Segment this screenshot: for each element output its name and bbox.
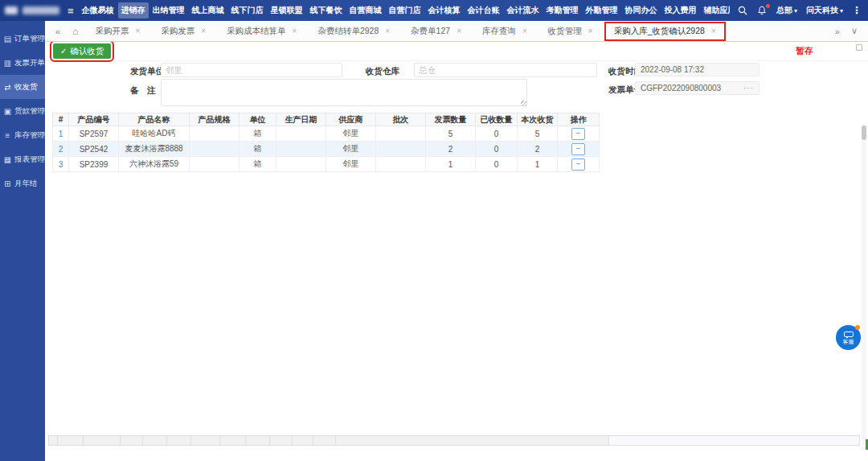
receiving-table: # 产品编号 产品名称 产品规格 单位 生产日期 供应商 批次 发票数量 已收数… xyxy=(52,113,600,172)
hamburger-icon[interactable]: ≡ xyxy=(68,6,74,16)
menu-item-ledger[interactable]: 会计台账 xyxy=(465,2,503,19)
tab-cost-settlement[interactable]: 采购成本结算单× xyxy=(218,23,305,40)
menu-item-qiwei[interactable]: 企微易核 xyxy=(79,2,117,19)
row-index[interactable]: 3 xyxy=(53,157,69,172)
scrollbar-thumb[interactable] xyxy=(862,126,866,140)
cell-actions: − xyxy=(558,157,600,172)
cell-unit: 箱 xyxy=(240,157,276,172)
tab-receiving-mgmt[interactable]: 收货管理× xyxy=(539,23,602,40)
sender-label: 发货单位 xyxy=(130,66,164,77)
payment-icon: ▣ xyxy=(3,107,12,116)
sidebar-item-reports[interactable]: ▦报表管理 xyxy=(0,147,45,171)
warehouse-label: 收货仓库 xyxy=(366,66,399,77)
menu-item-expenses[interactable]: 投入费用 xyxy=(661,2,700,19)
toolbar: ✓ 确认收货 暂存 xyxy=(45,42,868,61)
cell-unit: 箱 xyxy=(240,126,276,142)
warehouse-input[interactable] xyxy=(414,63,597,77)
menu-item-attendance[interactable]: 考勤管理 xyxy=(543,2,582,19)
tab-bar: « ⌂ 采购开票× 采购发票× 采购成本结算单× 杂费结转单2928× 杂费单1… xyxy=(45,21,868,42)
notification-dot xyxy=(766,4,770,8)
cell-received-qty: 0 xyxy=(476,157,518,172)
tab-purchase-invoice[interactable]: 采购发票× xyxy=(152,23,215,40)
tab-misc-transfer[interactable]: 杂费结转单2928× xyxy=(309,23,399,40)
company-selector[interactable]: 问天科技▾ xyxy=(806,5,843,16)
close-icon[interactable]: × xyxy=(293,27,297,35)
col-invoice-qty: 发票数量 xyxy=(426,113,476,126)
cell-current-qty: 2 xyxy=(518,142,558,157)
menu-item-online-mall[interactable]: 线上商城 xyxy=(189,2,227,19)
home-icon[interactable]: ⌂ xyxy=(68,26,83,37)
cell-production-date xyxy=(276,126,326,142)
close-icon[interactable]: × xyxy=(522,27,527,35)
confirm-receive-button[interactable]: ✓ 确认收货 xyxy=(53,43,111,59)
sidebar-item-shipping[interactable]: ⇄收发货 xyxy=(0,75,45,99)
remove-row-button[interactable]: − xyxy=(571,128,585,140)
row-index[interactable]: 2 xyxy=(53,142,69,157)
menu-item-self-mall[interactable]: 自营商城 xyxy=(346,2,385,19)
top-menu: 企微易核 进销存 出纳管理 线上商城 线下门店 星锁联盟 线下餐饮 自营商城 自… xyxy=(79,2,730,19)
close-icon[interactable]: × xyxy=(135,27,140,35)
table-row: 1 SP2597 哇哈哈AD钙 箱 邻里 5 0 5 − xyxy=(53,126,600,142)
order-icon: ▤ xyxy=(3,35,12,43)
cell-product-code: SP2399 xyxy=(69,157,119,172)
invoice-more-button[interactable]: ··· xyxy=(743,82,754,94)
cell-supplier: 邻里 xyxy=(326,126,376,142)
search-icon[interactable] xyxy=(738,6,748,16)
vertical-scrollbar[interactable] xyxy=(862,124,866,442)
sidebar-item-orders[interactable]: ▤订单管理 xyxy=(0,27,45,51)
col-product-name: 产品名称 xyxy=(119,113,190,126)
sidebar-item-payments[interactable]: ▣货款管理 xyxy=(0,99,45,123)
col-received-qty: 已收数量 xyxy=(476,113,518,126)
customer-service-button[interactable]: 客服 xyxy=(836,325,861,350)
cell-product-name: 六神沐浴露59 xyxy=(119,157,190,172)
remove-row-button[interactable]: − xyxy=(571,143,585,155)
menu-item-offline-dining[interactable]: 线下餐饮 xyxy=(307,2,346,19)
menu-item-jinxiaocun[interactable]: 进销存 xyxy=(118,2,149,19)
cell-batch xyxy=(376,157,426,172)
tab-inventory-query[interactable]: 库存查询× xyxy=(473,23,536,40)
tab-receiving-confirm-active[interactable]: 采购入库_收货确认2928× xyxy=(605,23,725,40)
cell-supplier: 邻里 xyxy=(326,157,376,172)
close-icon[interactable]: × xyxy=(201,27,206,35)
cell-actions: − xyxy=(558,142,600,157)
close-icon[interactable]: × xyxy=(385,27,390,35)
close-icon[interactable]: × xyxy=(711,27,716,35)
sender-input[interactable] xyxy=(161,63,342,77)
sidebar-item-invoicing[interactable]: ▥发票开单 xyxy=(0,51,45,75)
menu-item-accounting[interactable]: 会计核算 xyxy=(425,2,464,19)
sidebar-item-month-end[interactable]: ⊞月年结 xyxy=(0,171,45,196)
collapse-panel-icon[interactable] xyxy=(856,44,862,51)
close-icon[interactable]: × xyxy=(457,27,461,35)
col-production-date: 生产日期 xyxy=(276,113,326,126)
tab-purchase-invoicing[interactable]: 采购开票× xyxy=(86,23,149,40)
tabs-forward-icon[interactable]: » xyxy=(831,27,844,36)
tab-misc-127[interactable]: 杂费单127× xyxy=(402,23,470,40)
tabs-collapse-icon[interactable]: « xyxy=(51,27,64,36)
tabs-menu-icon[interactable]: ∨ xyxy=(847,26,862,36)
menu-item-aux-apps[interactable]: 辅助应用 xyxy=(701,2,730,19)
menu-item-chuna[interactable]: 出纳管理 xyxy=(149,2,188,19)
invoice-no-field: CGFP2022090800003 ··· xyxy=(635,81,760,95)
row-index[interactable]: 1 xyxy=(53,126,69,142)
col-unit: 单位 xyxy=(240,113,276,126)
draft-status-badge: 暂存 xyxy=(796,45,813,57)
page-content: ✓ 确认收货 暂存 发货单位 收货仓库 备 注 收货时间 2022-0 xyxy=(45,42,868,461)
sidebar-item-inventory[interactable]: ≡库存管理 xyxy=(0,123,45,147)
bell-icon[interactable] xyxy=(757,6,768,16)
org-selector[interactable]: 总部▾ xyxy=(776,5,797,16)
remark-textarea[interactable] xyxy=(161,79,527,106)
menu-item-cashflow[interactable]: 会计流水 xyxy=(504,2,542,19)
menu-item-field-work[interactable]: 外勤管理 xyxy=(583,2,621,19)
menu-item-offline-store[interactable]: 线下门店 xyxy=(228,2,267,19)
remove-row-button[interactable]: − xyxy=(571,158,585,171)
close-icon[interactable]: × xyxy=(588,27,593,35)
receive-time-field: 2022-09-08 17:32 xyxy=(635,63,760,76)
menu-item-alliance[interactable]: 星锁联盟 xyxy=(268,2,306,19)
table-row: 2 SP2542 麦麦沐浴露8888 箱 邻里 2 0 2 − xyxy=(53,142,600,157)
cell-current-qty: 1 xyxy=(518,157,558,172)
cell-product-name: 麦麦沐浴露8888 xyxy=(119,142,190,157)
menu-item-collaboration[interactable]: 协同办公 xyxy=(622,2,661,19)
more-options-icon[interactable]: ⋮ xyxy=(852,5,862,16)
menu-item-self-store[interactable]: 自营门店 xyxy=(386,2,424,19)
invoice-icon: ▥ xyxy=(3,59,12,68)
